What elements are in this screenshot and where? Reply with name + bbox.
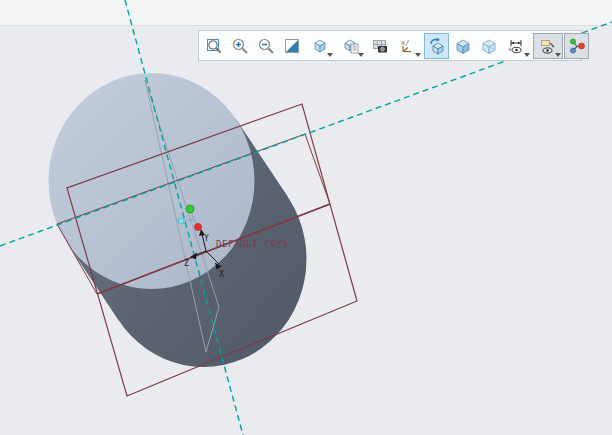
- zoom-in-button[interactable]: [227, 33, 252, 59]
- x-axis-label: X: [219, 270, 224, 279]
- annotation-display-button[interactable]: [502, 33, 532, 59]
- plane-display-button[interactable]: [533, 33, 563, 59]
- dropdown-arrow-icon: [555, 53, 561, 57]
- display-style-shaded-button[interactable]: [450, 33, 475, 59]
- view-manager-button[interactable]: [336, 33, 366, 59]
- spin-center-red-ball-icon: [195, 224, 202, 231]
- datum-display-filters-button[interactable]: x/: [393, 33, 423, 59]
- dropdown-arrow-icon: [358, 53, 364, 57]
- refit-icon: [283, 37, 301, 55]
- transparent-cube-icon: [480, 37, 498, 55]
- refit-button[interactable]: [279, 33, 304, 59]
- application-window: Y Z X DEFAULT_CSYS: [0, 0, 612, 435]
- top-strip: [0, 0, 612, 25]
- shaded-cube-icon: [454, 37, 472, 55]
- display-style-transparent-button[interactable]: [476, 33, 501, 59]
- saved-views-button[interactable]: [305, 33, 335, 59]
- spin-center-button[interactable]: [564, 33, 589, 59]
- reorient-icon: [428, 37, 446, 55]
- dropdown-arrow-icon: [415, 53, 421, 57]
- spin-center-icon: [568, 37, 586, 55]
- capture-image-button[interactable]: [367, 33, 392, 59]
- zoom-out-icon: [257, 37, 275, 55]
- graphics-toolbar: x/: [198, 30, 582, 61]
- zoom-region-button[interactable]: [201, 33, 226, 59]
- spin-center-green-ball-icon: [186, 205, 194, 213]
- dropdown-arrow-icon: [524, 53, 530, 57]
- zoom-in-icon: [231, 37, 249, 55]
- z-axis-label: Z: [184, 259, 189, 268]
- graphics-viewport[interactable]: Y Z X DEFAULT_CSYS: [0, 0, 612, 435]
- csys-label[interactable]: DEFAULT_CSYS: [216, 239, 288, 249]
- svg-text:x/: x/: [401, 39, 409, 47]
- zoom-out-button[interactable]: [253, 33, 278, 59]
- cylinder-top-face: [49, 73, 255, 289]
- dropdown-arrow-icon: [327, 53, 333, 57]
- zoom-region-icon: [205, 37, 223, 55]
- reorient-button[interactable]: [424, 33, 449, 59]
- y-axis-label: Y: [204, 234, 209, 243]
- spin-center-cyan-ball-icon: [178, 218, 184, 224]
- capture-image-icon: [371, 37, 389, 55]
